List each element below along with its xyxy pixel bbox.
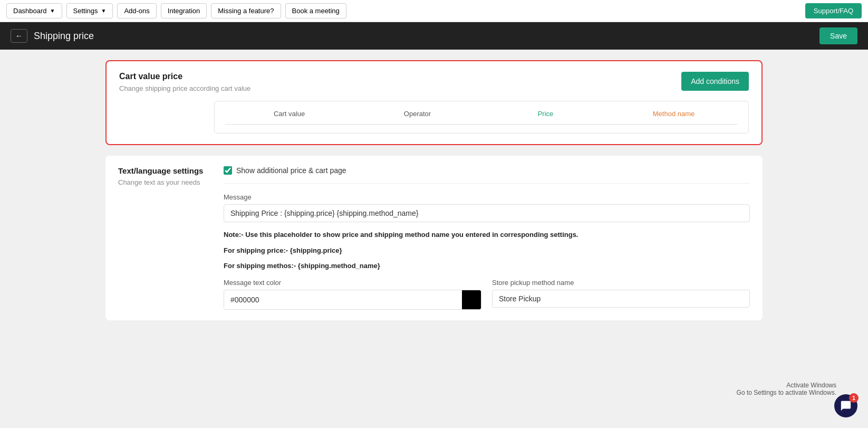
missing-feature-label: Missing a feature?	[218, 7, 274, 15]
show-additional-label: Show additional price & cart page	[236, 166, 346, 175]
settings-label: Settings	[73, 7, 98, 15]
text-lang-subtitle: Change text as your needs	[118, 178, 211, 186]
message-color-col: Message text color	[224, 279, 481, 310]
text-lang-section: Text/language settings Change text as yo…	[105, 156, 763, 320]
cart-value-left: Cart value price Change shipping price a…	[119, 72, 250, 92]
cart-value-title: Cart value price	[119, 72, 250, 81]
add-conditions-button[interactable]: Add conditions	[681, 72, 749, 91]
chat-bubble[interactable]: 1	[834, 394, 857, 417]
cart-value-subtitle: Change shipping price according cart val…	[119, 84, 250, 92]
back-button[interactable]: ←	[11, 29, 27, 43]
support-faq-btn[interactable]: Support/FAQ	[805, 3, 862, 18]
table-header-row: Cart value Operator Price Method name	[225, 110, 738, 125]
col-cart-value: Cart value	[225, 110, 353, 118]
color-text-input[interactable]	[224, 291, 462, 308]
text-lang-left: Text/language settings Change text as yo…	[118, 166, 224, 310]
top-nav: Dashboard ▼ Settings ▼ Add-ons Integrati…	[0, 0, 868, 22]
dashboard-label: Dashboard	[13, 7, 47, 15]
page-title: Shipping price	[34, 31, 94, 42]
add-conditions-label: Add conditions	[691, 77, 739, 85]
addons-btn[interactable]: Add-ons	[117, 3, 156, 18]
save-button[interactable]: Save	[819, 27, 857, 44]
book-meeting-btn[interactable]: Book a meeting	[285, 3, 346, 18]
bottom-fields-row: Message text color Store pickup method n…	[224, 279, 750, 310]
cart-value-section: Cart value price Change shipping price a…	[105, 60, 763, 145]
book-meeting-label: Book a meeting	[292, 7, 340, 15]
dashboard-btn[interactable]: Dashboard ▼	[6, 3, 62, 18]
message-color-label: Message text color	[224, 279, 481, 287]
cart-value-table: Cart value Operator Price Method name	[214, 101, 749, 134]
store-pickup-input[interactable]	[492, 290, 750, 308]
message-input[interactable]	[224, 204, 750, 222]
chat-icon	[840, 400, 852, 412]
message-label: Message	[224, 193, 750, 201]
settings-btn[interactable]: Settings ▼	[66, 3, 113, 18]
text-lang-title: Text/language settings	[118, 166, 211, 175]
save-label: Save	[830, 32, 847, 40]
cart-value-header: Cart value price Change shipping price a…	[119, 72, 749, 92]
integration-btn[interactable]: Integration	[161, 3, 207, 18]
note-line2: For shipping price:- {shipping.price}	[224, 245, 750, 256]
back-icon: ←	[15, 32, 23, 40]
note-line3: For shipping methos:- {shipping.method_n…	[224, 261, 750, 271]
note-line1: Note:- Use this placeholder to show pric…	[224, 230, 750, 240]
main-content: Cart value price Change shipping price a…	[0, 50, 868, 423]
col-price: Price	[481, 110, 610, 118]
color-input-wrapper	[224, 290, 481, 310]
addons-label: Add-ons	[124, 7, 149, 15]
show-additional-checkbox[interactable]	[224, 166, 232, 175]
col-operator: Operator	[353, 110, 481, 118]
store-pickup-col: Store pickup method name	[492, 279, 750, 310]
color-swatch[interactable]	[462, 290, 481, 309]
settings-chevron-icon: ▼	[101, 8, 107, 14]
show-additional-row: Show additional price & cart page	[224, 166, 750, 184]
chat-badge: 1	[849, 393, 859, 403]
text-lang-layout: Text/language settings Change text as yo…	[118, 166, 750, 310]
support-faq-label: Support/FAQ	[814, 7, 853, 15]
text-lang-right: Show additional price & cart page Messag…	[224, 166, 750, 310]
store-pickup-label: Store pickup method name	[492, 279, 750, 287]
header-bar: ← Shipping price Save	[0, 22, 868, 50]
dashboard-chevron-icon: ▼	[50, 8, 55, 14]
integration-label: Integration	[168, 7, 200, 15]
col-method-name: Method name	[610, 110, 738, 118]
missing-feature-btn[interactable]: Missing a feature?	[211, 3, 281, 18]
